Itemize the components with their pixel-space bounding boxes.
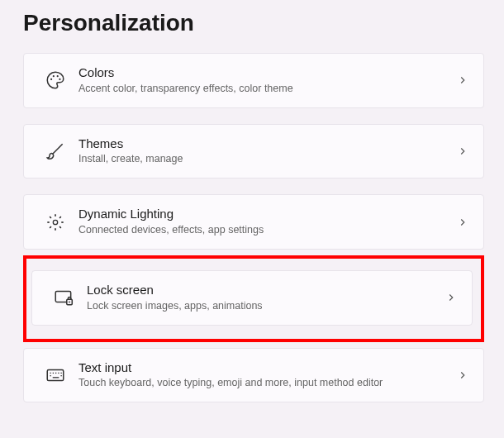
svg-point-15	[48, 221, 50, 223]
svg-rect-30	[50, 375, 51, 376]
settings-item-subtitle: Lock screen images, apps, animations	[87, 299, 439, 313]
settings-item-title: Dynamic Lighting	[78, 207, 450, 222]
svg-point-3	[59, 79, 60, 80]
settings-item-lock-screen[interactable]: Lock screen Lock screen images, apps, an…	[31, 270, 473, 326]
chevron-right-icon	[457, 369, 468, 381]
brush-icon	[37, 140, 74, 162]
lock-screen-icon	[45, 287, 82, 308]
page-title: Personalization	[23, 10, 484, 36]
chevron-right-icon	[445, 292, 457, 303]
chevron-right-icon	[457, 74, 468, 86]
settings-item-title: Colors	[78, 65, 450, 81]
chevron-right-icon	[457, 145, 468, 157]
palette-icon	[37, 69, 74, 91]
svg-rect-31	[61, 375, 62, 376]
svg-point-13	[55, 214, 56, 216]
settings-item-title: Text input	[78, 360, 450, 376]
highlight-annotation: Lock screen Lock screen images, apps, an…	[23, 255, 484, 342]
svg-rect-32	[53, 377, 59, 378]
svg-point-2	[57, 75, 59, 77]
settings-item-themes[interactable]: Themes Install, create, manage	[23, 124, 484, 179]
chevron-right-icon	[457, 217, 468, 228]
svg-point-20	[59, 217, 61, 218]
svg-point-1	[53, 75, 55, 77]
keyboard-icon	[37, 364, 74, 386]
svg-point-18	[59, 226, 61, 228]
svg-point-14	[55, 228, 56, 230]
svg-point-16	[62, 221, 64, 223]
svg-rect-29	[61, 373, 62, 374]
svg-point-19	[50, 226, 51, 228]
lighting-icon	[37, 212, 74, 233]
settings-item-subtitle: Connected devices, effects, app settings	[78, 223, 450, 237]
svg-rect-28	[58, 373, 59, 374]
svg-rect-27	[55, 373, 56, 374]
settings-item-subtitle: Accent color, transparency effects, colo…	[78, 82, 450, 96]
settings-item-text-input[interactable]: Text input Touch keyboard, voice typing,…	[23, 348, 484, 403]
settings-item-dynamic-lighting[interactable]: Dynamic Lighting Connected devices, effe…	[23, 194, 484, 250]
svg-rect-26	[53, 373, 54, 374]
settings-item-colors[interactable]: Colors Accent color, transparency effect…	[23, 53, 484, 108]
settings-item-title: Lock screen	[87, 283, 439, 298]
settings-item-subtitle: Touch keyboard, voice typing, emoji and …	[78, 376, 450, 390]
settings-item-subtitle: Install, create, manage	[78, 152, 450, 166]
svg-point-4	[53, 220, 57, 224]
svg-point-0	[50, 79, 52, 80]
settings-item-title: Themes	[78, 136, 450, 152]
svg-rect-25	[50, 373, 51, 374]
svg-point-17	[50, 217, 51, 218]
svg-point-23	[69, 302, 70, 303]
